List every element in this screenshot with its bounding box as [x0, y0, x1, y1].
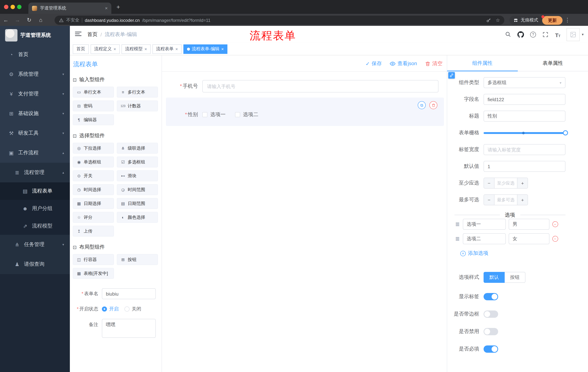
- breadcrumb-home[interactable]: 首页: [87, 31, 97, 38]
- view-json-button[interactable]: 查看json: [390, 60, 417, 67]
- min-select-value[interactable]: 至少应选: [494, 178, 517, 188]
- sidebar-item-devtools[interactable]: ⚒ 研发工具 ▾: [0, 123, 70, 143]
- close-icon[interactable]: ×: [221, 47, 224, 51]
- clear-button[interactable]: 清空: [425, 60, 442, 67]
- option-drag-icon[interactable]: ≣: [455, 221, 460, 227]
- tab-form-props[interactable]: 表单属性: [518, 55, 588, 71]
- minimize-window-button[interactable]: [10, 5, 15, 9]
- palette-item-time-picker[interactable]: ◷时间选择: [73, 184, 114, 195]
- save-button[interactable]: ✓ 保存: [366, 60, 382, 67]
- close-icon[interactable]: ×: [145, 47, 147, 51]
- reload-icon[interactable]: ↻: [23, 17, 35, 23]
- new-tab-button[interactable]: +: [116, 4, 120, 10]
- link-icon[interactable]: [448, 72, 455, 79]
- label-width-input[interactable]: [483, 144, 566, 155]
- tag-process-form[interactable]: 流程表单 ×: [152, 44, 182, 54]
- fullscreen-icon[interactable]: [542, 31, 549, 38]
- forward-icon[interactable]: →: [12, 17, 23, 23]
- close-icon[interactable]: ×: [114, 47, 116, 51]
- tag-process-definition[interactable]: 流程定义 ×: [91, 44, 120, 54]
- increase-button[interactable]: +: [517, 178, 528, 188]
- palette-item-cascader[interactable]: ⋔级联选择: [117, 143, 158, 154]
- key-icon[interactable]: [486, 18, 491, 23]
- help-icon[interactable]: ?: [529, 31, 537, 38]
- palette-item-multi-text[interactable]: ≡多行文本: [117, 87, 158, 97]
- sidebar-item-infrastructure[interactable]: ⊞ 基础设施 ▾: [0, 104, 70, 123]
- palette-item-single-text[interactable]: ▭单行文本: [73, 87, 114, 97]
- tag-process-model[interactable]: 流程模型 ×: [122, 44, 151, 54]
- close-window-button[interactable]: [4, 5, 8, 9]
- sidebar-logo[interactable]: 芋道管理系统: [0, 26, 70, 45]
- tab-component-props[interactable]: 组件属性: [447, 55, 518, 71]
- tag-process-form-edit[interactable]: 流程表单-编辑 ×: [183, 44, 227, 54]
- decrease-button[interactable]: −: [484, 178, 494, 188]
- palette-item-radio-group[interactable]: ◉单选框组: [73, 157, 114, 167]
- palette-item-upload[interactable]: ↥上传: [73, 226, 114, 237]
- hamburger-icon[interactable]: [75, 32, 82, 37]
- delete-component-button[interactable]: [429, 101, 437, 109]
- palette-item-row-container[interactable]: ◫行容器: [73, 254, 114, 265]
- sidebar-item-payment[interactable]: ¥ 支付管理 ▾: [0, 84, 70, 104]
- show-label-switch[interactable]: [483, 293, 498, 300]
- field-name-input[interactable]: [483, 94, 566, 105]
- remove-option-icon[interactable]: −: [552, 221, 558, 227]
- palette-item-password[interactable]: ⊟密码: [73, 100, 114, 111]
- palette-item-editor[interactable]: ¶编辑器: [73, 114, 114, 125]
- font-size-icon[interactable]: TT: [554, 31, 561, 38]
- palette-item-checkbox-group[interactable]: ☑多选框组: [117, 157, 158, 167]
- style-default-button[interactable]: 默认: [483, 272, 505, 283]
- title-input[interactable]: [483, 111, 566, 122]
- copy-component-button[interactable]: ⧉: [418, 101, 426, 109]
- sidebar-item-task-mgmt[interactable]: ⋔ 任务管理 ▾: [0, 235, 70, 255]
- palette-item-time-range[interactable]: ◶时间范围: [117, 184, 158, 195]
- decrease-button[interactable]: −: [484, 195, 494, 205]
- user-avatar[interactable]: ▾: [567, 28, 584, 41]
- home-icon[interactable]: ⌂: [35, 17, 47, 23]
- close-icon[interactable]: ×: [175, 47, 178, 51]
- grid-slider[interactable]: [483, 128, 566, 138]
- gender-option2-label[interactable]: 选项二: [243, 111, 258, 118]
- palette-item-slider[interactable]: ⊷滑块: [117, 170, 158, 181]
- border-switch[interactable]: [483, 310, 498, 318]
- update-button[interactable]: 更新: [542, 16, 563, 25]
- sidebar-item-process-form[interactable]: ▤ 流程表单: [0, 182, 70, 200]
- option2-label-input[interactable]: [463, 233, 505, 244]
- slider-handle[interactable]: [563, 130, 568, 135]
- increase-button[interactable]: +: [517, 195, 528, 205]
- max-select-value[interactable]: 最多可选: [494, 195, 517, 205]
- option2-value-input[interactable]: [508, 233, 549, 244]
- phone-input[interactable]: [202, 80, 439, 93]
- palette-item-color-picker[interactable]: ◐颜色选择: [117, 212, 158, 223]
- required-switch[interactable]: [483, 345, 498, 353]
- disabled-switch[interactable]: [483, 328, 498, 335]
- remark-textarea[interactable]: 嘿嘿: [102, 319, 156, 338]
- selected-component-gender[interactable]: ⧉ *性别 选项一 选项二: [166, 97, 444, 126]
- palette-item-rate[interactable]: ☆评分: [73, 212, 114, 223]
- default-value-input[interactable]: [483, 161, 566, 172]
- palette-item-select[interactable]: ◎下拉选择: [73, 143, 114, 154]
- sidebar-item-user-group[interactable]: ☻ 用户分组: [0, 200, 70, 217]
- tag-home[interactable]: 首页: [73, 44, 89, 54]
- option1-value-input[interactable]: [508, 219, 549, 230]
- component-type-select[interactable]: 多选框组 ▾: [483, 77, 566, 88]
- bookmark-star-icon[interactable]: ☆: [496, 18, 500, 23]
- palette-item-counter[interactable]: 123计数器: [117, 100, 158, 111]
- back-icon[interactable]: ←: [0, 17, 12, 23]
- browser-tab[interactable]: 芋道管理系统 ×: [28, 2, 111, 14]
- slider-track[interactable]: [483, 132, 566, 134]
- option1-label-input[interactable]: [463, 219, 505, 230]
- sidebar-item-workflow[interactable]: ▣ 工作流程 ▴: [0, 143, 70, 163]
- remove-option-icon[interactable]: −: [552, 236, 558, 242]
- palette-item-date-range[interactable]: ▤日期范围: [117, 198, 158, 209]
- palette-item-table[interactable]: ▦表格[开发中]: [73, 268, 114, 279]
- palette-item-date-picker[interactable]: ▦日期选择: [73, 198, 114, 209]
- sidebar-item-system[interactable]: ⚙ 系统管理 ▾: [0, 64, 70, 84]
- status-on-radio[interactable]: [102, 307, 107, 312]
- tab-close-icon[interactable]: ×: [105, 5, 108, 11]
- gender-option1-label[interactable]: 选项一: [210, 111, 226, 118]
- status-off-label[interactable]: 关闭: [132, 306, 141, 312]
- gender-option1-checkbox[interactable]: [202, 112, 207, 117]
- sidebar-item-leave-query[interactable]: ♟ 请假查询: [0, 255, 70, 274]
- add-option-button[interactable]: + 添加选项: [460, 250, 588, 257]
- sidebar-item-home[interactable]: ◔ 首页: [0, 45, 70, 64]
